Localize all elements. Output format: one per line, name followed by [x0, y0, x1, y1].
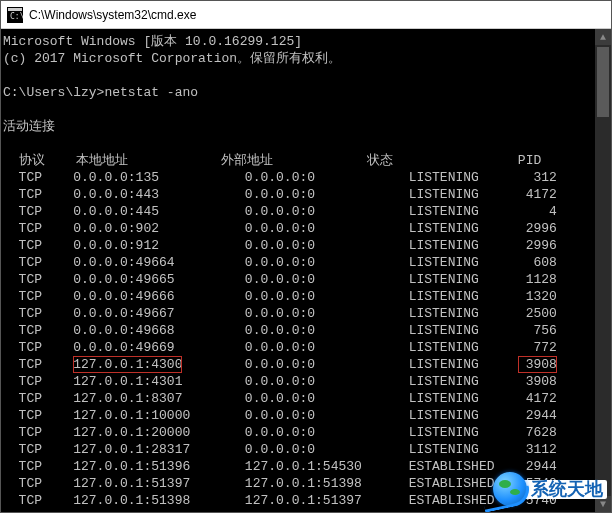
terminal-output[interactable]: Microsoft Windows [版本 10.0.16299.125] (c… [1, 29, 611, 512]
cmd-window: C:\ C:\Windows\system32\cmd.exe Microsof… [0, 0, 612, 513]
highlighted-local-address: 127.0.0.1:4300 [73, 356, 182, 373]
table-row: TCP 127.0.0.1:4300 0.0.0.0:0 LISTENING 3… [3, 356, 609, 373]
scroll-thumb[interactable] [597, 47, 609, 117]
section-title: 活动连接 [3, 118, 609, 135]
table-row: TCP 0.0.0.0:135 0.0.0.0:0 LISTENING 312 [3, 169, 609, 186]
globe-icon [493, 472, 527, 506]
prompt-command: netstat -ano [104, 85, 198, 100]
table-row: TCP 0.0.0.0:902 0.0.0.0:0 LISTENING 2996 [3, 220, 609, 237]
table-row: TCP 127.0.0.1:10000 0.0.0.0:0 LISTENING … [3, 407, 609, 424]
title-bar[interactable]: C:\ C:\Windows\system32\cmd.exe [1, 1, 611, 29]
table-row: TCP 127.0.0.1:20000 0.0.0.0:0 LISTENING … [3, 424, 609, 441]
watermark: 系统天地 [493, 472, 607, 506]
table-row: TCP 127.0.0.1:54530 0.0.0.0:0 LISTENING … [3, 509, 609, 512]
window-title: C:\Windows\system32\cmd.exe [29, 8, 196, 22]
table-row: TCP 0.0.0.0:49668 0.0.0.0:0 LISTENING 75… [3, 322, 609, 339]
blank-line [3, 101, 609, 118]
banner-line-2: (c) 2017 Microsoft Corporation。保留所有权利。 [3, 50, 609, 67]
table-row: TCP 0.0.0.0:49664 0.0.0.0:0 LISTENING 60… [3, 254, 609, 271]
cmd-icon: C:\ [7, 7, 23, 23]
highlighted-pid: 3908 [518, 356, 557, 373]
netstat-rows: TCP 0.0.0.0:135 0.0.0.0:0 LISTENING 312 … [3, 169, 609, 512]
prompt-line: C:\Users\lzy>netstat -ano [3, 84, 609, 101]
blank-line [3, 67, 609, 84]
table-row: TCP 0.0.0.0:49667 0.0.0.0:0 LISTENING 25… [3, 305, 609, 322]
table-row: TCP 0.0.0.0:49666 0.0.0.0:0 LISTENING 13… [3, 288, 609, 305]
scroll-up-button[interactable]: ▲ [595, 29, 611, 45]
prompt-cwd: C:\Users\lzy> [3, 85, 104, 100]
table-row: TCP 127.0.0.1:8307 0.0.0.0:0 LISTENING 4… [3, 390, 609, 407]
table-row: TCP 0.0.0.0:912 0.0.0.0:0 LISTENING 2996 [3, 237, 609, 254]
watermark-text: 系统天地 [521, 480, 607, 499]
table-row: TCP 0.0.0.0:443 0.0.0.0:0 LISTENING 4172 [3, 186, 609, 203]
column-headers: 协议 本地地址 外部地址 状态 PID [3, 152, 609, 169]
table-row: TCP 0.0.0.0:49665 0.0.0.0:0 LISTENING 11… [3, 271, 609, 288]
svg-text:C:\: C:\ [10, 12, 23, 21]
banner-line-1: Microsoft Windows [版本 10.0.16299.125] [3, 33, 609, 50]
svg-rect-1 [8, 8, 22, 11]
table-row: TCP 0.0.0.0:445 0.0.0.0:0 LISTENING 4 [3, 203, 609, 220]
table-row: TCP 127.0.0.1:28317 0.0.0.0:0 LISTENING … [3, 441, 609, 458]
table-row: TCP 0.0.0.0:49669 0.0.0.0:0 LISTENING 77… [3, 339, 609, 356]
scrollbar[interactable]: ▲ ▼ [595, 29, 611, 512]
blank-line [3, 135, 609, 152]
table-row: TCP 127.0.0.1:4301 0.0.0.0:0 LISTENING 3… [3, 373, 609, 390]
